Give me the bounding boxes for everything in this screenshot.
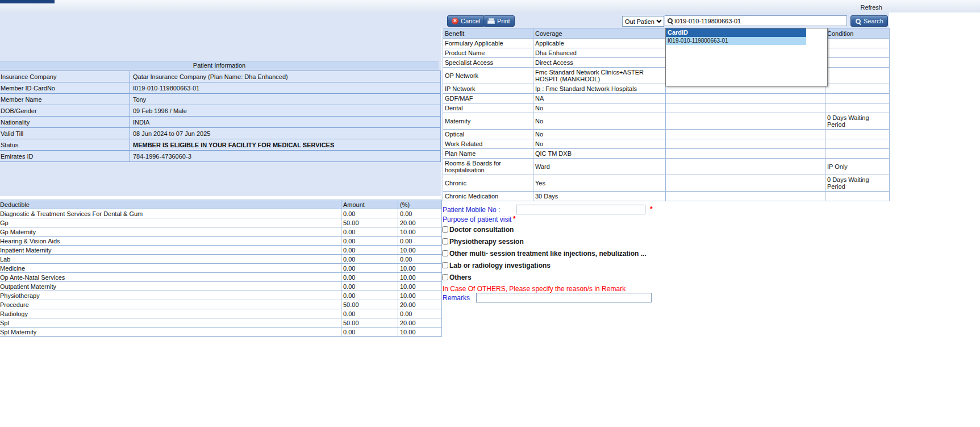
benefit-extra-cell	[666, 94, 825, 103]
percent-col-header: (%)	[398, 200, 442, 209]
benefit-name-cell: Chronic Medication	[443, 192, 533, 201]
card-search-input[interactable]	[673, 16, 846, 25]
patient-info-row: Member NameTony	[0, 94, 441, 105]
purpose-checkbox[interactable]	[442, 226, 448, 233]
patient-info-value: 09 Feb 1996 / Male	[130, 105, 441, 117]
deductible-amount: 0.00	[341, 209, 398, 218]
cardid-dropdown-header: CardID	[666, 28, 806, 37]
refresh-link[interactable]: Refresh	[860, 4, 882, 11]
purpose-option-label: Other multi- session treatment like inje…	[449, 250, 647, 258]
benefit-coverage-cell: NA	[533, 94, 666, 103]
patient-info-value: 784-1996-4736060-3	[130, 151, 441, 162]
benefit-row: OpticalNo	[443, 130, 890, 139]
benefit-condition-cell	[825, 94, 890, 103]
purpose-checkbox[interactable]	[442, 274, 448, 280]
benefit-name-cell: Formulary Applicable	[443, 39, 533, 48]
cardid-dropdown-item[interactable]: I019-010-119800663-01	[666, 37, 806, 45]
cardid-dropdown-list: I019-010-119800663-01	[666, 37, 827, 45]
purpose-option[interactable]: Other multi- session treatment like inje…	[442, 247, 647, 259]
purpose-checkbox[interactable]	[442, 262, 448, 268]
deductible-amount: 0.00	[341, 246, 398, 255]
purpose-checkbox[interactable]	[442, 238, 448, 244]
purpose-option-label: Physiotherapy session	[449, 238, 524, 246]
deductible-name: Gp	[0, 218, 341, 227]
patient-mobile-input[interactable]	[516, 205, 645, 214]
cardid-dropdown: CardID I019-010-119800663-01	[665, 28, 828, 86]
purpose-checkbox[interactable]	[442, 250, 448, 256]
benefit-name-cell: Specialist Access	[443, 58, 533, 68]
deductible-row: Medicine0.0010.00	[0, 264, 442, 273]
deductible-table: Deductible Amount (%) Diagnostic & Treat…	[0, 200, 442, 337]
deductible-name: Outpatient Maternity	[0, 282, 341, 291]
benefit-name-cell: Dental	[443, 103, 533, 113]
benefit-row: Rooms & Boards for hospitalisationWardIP…	[443, 159, 890, 175]
search-button[interactable]: Search	[850, 15, 888, 27]
remarks-label: Remarks	[443, 294, 470, 302]
print-button[interactable]: Print	[483, 15, 515, 27]
deductible-name: Hearing & Vision Aids	[0, 237, 341, 246]
benefit-row: GDF/MAFNA	[443, 94, 890, 103]
deductible-row: Gp50.0020.00	[0, 218, 442, 227]
print-button-label: Print	[497, 18, 510, 24]
mobile-required-marker: *	[650, 205, 653, 213]
deductible-amount: 0.00	[341, 273, 398, 282]
patient-info-value: MEMBER IS ELIGIBLE IN YOUR FACILITY FOR …	[130, 139, 441, 151]
deductible-amount: 0.00	[341, 237, 398, 246]
benefit-row: MaternityNo0 Days Waiting Period	[443, 113, 890, 130]
search-button-icon	[855, 18, 861, 24]
visit-type-select[interactable]: Out Patient	[622, 16, 664, 27]
benefit-row: Plan NameQIC TM DXB	[443, 149, 890, 159]
purpose-option[interactable]: Others	[442, 271, 647, 283]
purpose-option[interactable]: Physiotherapy session	[442, 235, 647, 247]
benefit-condition-cell	[825, 39, 890, 48]
benefit-extra-cell	[666, 159, 825, 175]
benefit-condition-cell: IP Only	[825, 159, 890, 175]
benefit-row: ChronicYes0 Days Waiting Period	[443, 175, 890, 192]
deductible-amount: 0.00	[341, 264, 398, 273]
benefit-condition-cell	[825, 103, 890, 113]
deductible-percent: 10.00	[398, 327, 442, 337]
purpose-option[interactable]: Lab or radiology investigations	[442, 259, 647, 271]
deductible-percent: 10.00	[398, 264, 442, 273]
purpose-option-label: Others	[449, 273, 472, 281]
benefit-condition-cell: 0 Days Waiting Period	[825, 175, 890, 192]
benefit-coverage-cell: No	[533, 113, 666, 130]
benefit-condition-cell	[825, 149, 890, 159]
deductible-name: Op Ante-Natal Services	[0, 273, 341, 282]
deductible-name: Inpatient Maternity	[0, 246, 341, 255]
deductible-col-header: Deductible	[0, 200, 341, 209]
amount-col-header: Amount	[341, 200, 398, 209]
patient-info-row: NationalityINDIA	[0, 117, 441, 128]
search-icon	[667, 18, 673, 24]
patient-info-table: Insurance CompanyQatar Insurance Company…	[0, 71, 441, 162]
deductible-percent: 10.00	[398, 273, 442, 282]
deductible-name: Physiotherapy	[0, 291, 341, 300]
patient-info-row: Insurance CompanyQatar Insurance Company…	[0, 71, 441, 82]
deductible-amount: 0.00	[341, 227, 398, 237]
cancel-icon: ✕	[452, 18, 458, 24]
benefit-name-cell: Plan Name	[443, 149, 533, 159]
benefit-name-cell: Optical	[443, 130, 533, 139]
deductible-percent: 10.00	[398, 227, 442, 237]
cancel-button[interactable]: ✕ Cancel	[447, 15, 485, 27]
benefit-name-cell: Chronic	[443, 175, 533, 192]
deductible-name: Medicine	[0, 264, 341, 273]
purpose-required-marker: *	[513, 215, 516, 223]
benefit-coverage-cell: Direct Access	[533, 58, 666, 68]
deductible-row: Lab0.000.00	[0, 255, 442, 264]
benefit-condition-cell	[825, 68, 890, 84]
deductible-row: Op Ante-Natal Services0.0010.00	[0, 273, 442, 282]
deductible-percent: 20.00	[398, 318, 442, 327]
purpose-option[interactable]: Doctor consultation	[442, 223, 647, 235]
benefit-condition-cell	[825, 130, 890, 139]
benefit-extra-cell	[666, 103, 825, 113]
patient-info-value: I019-010-119800663-01	[130, 82, 441, 94]
remarks-input[interactable]	[476, 293, 652, 302]
benefit-condition-cell	[825, 84, 890, 94]
deductible-row: Spl Maternity0.0010.00	[0, 327, 442, 337]
patient-info-label: Status	[0, 139, 130, 151]
benefit-coverage-cell: Yes	[533, 175, 666, 192]
benefit-condition-cell	[825, 58, 890, 68]
deductible-percent: 0.00	[398, 209, 442, 218]
deductible-name: Diagnostic & Treatment Services For Dent…	[0, 209, 341, 218]
